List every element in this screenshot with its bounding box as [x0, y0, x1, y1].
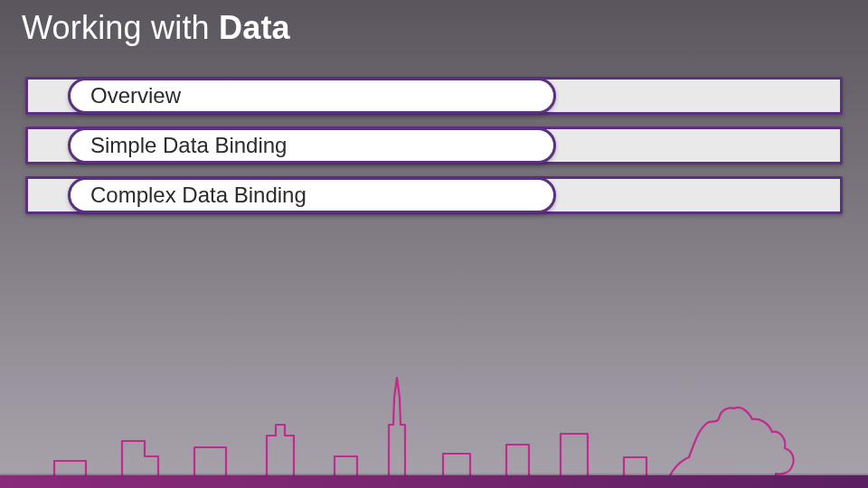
- footer-strip: [0, 475, 868, 488]
- agenda-item: Complex Data Binding: [25, 176, 843, 214]
- title-suffix: Data: [219, 9, 290, 46]
- skyline-decoration: [0, 371, 868, 488]
- agenda-item: Simple Data Binding: [25, 127, 843, 164]
- agenda-pill: Simple Data Binding: [68, 127, 556, 164]
- agenda-pill: Overview: [68, 78, 556, 114]
- agenda-list: Overview Simple Data Binding Complex Dat…: [25, 77, 843, 214]
- agenda-item: Overview: [25, 77, 843, 115]
- agenda-pill: Complex Data Binding: [68, 177, 556, 213]
- agenda-label: Complex Data Binding: [90, 183, 307, 208]
- agenda-label: Simple Data Binding: [90, 133, 287, 158]
- title-prefix: Working with: [22, 9, 219, 46]
- slide-title: Working with Data: [22, 9, 290, 47]
- agenda-label: Overview: [90, 83, 181, 108]
